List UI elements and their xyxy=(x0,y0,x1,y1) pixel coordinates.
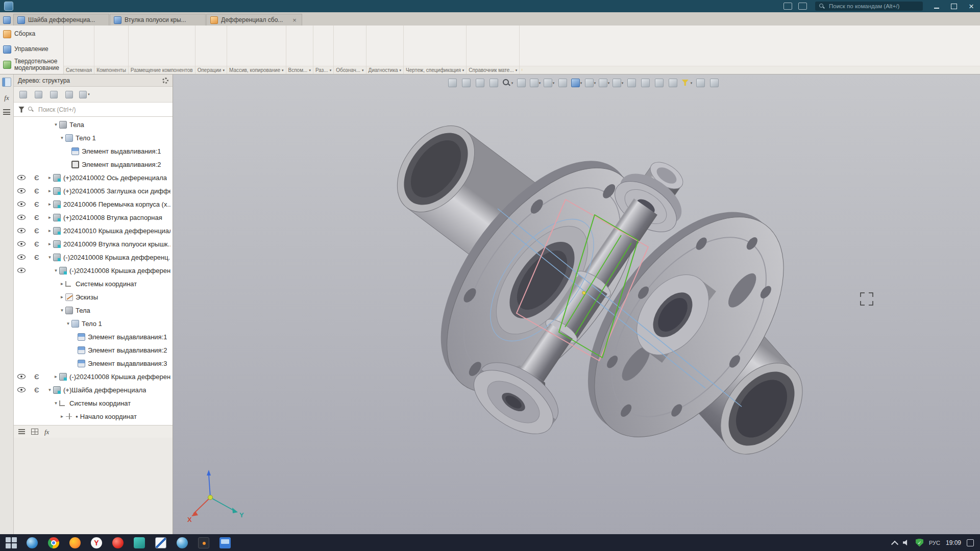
tree-toolbar-button[interactable]: ▾ xyxy=(62,88,76,101)
mode-tab[interactable]: Твердотельное моделирование xyxy=(0,57,63,72)
list-view-icon[interactable] xyxy=(18,429,25,434)
visibility-eye-icon[interactable] xyxy=(17,268,26,273)
tree-row[interactable]: ► ● 202410006 Перемычка корпуса (x... xyxy=(14,197,173,211)
document-tab[interactable]: Дефференциал сбо... xyxy=(206,14,302,26)
visibility-eye-icon[interactable] xyxy=(17,387,26,392)
speaker-icon[interactable] xyxy=(903,539,910,546)
tree-row[interactable]: ▼ ● (-)202410008 Крышка дефференц... xyxy=(14,251,173,264)
tree-toolbar-button[interactable]: ▾ xyxy=(16,88,30,101)
viewport-tool-button[interactable]: ▾ xyxy=(529,77,542,89)
document-tab[interactable]: Шайба дефференциа... xyxy=(13,14,109,26)
viewport[interactable]: ▾ ▾ ▾ ▾ ▾ ▾ xyxy=(173,74,980,534)
tree-row[interactable]: ▼ ● Тело 1 xyxy=(14,131,173,144)
visibility-eye-icon[interactable] xyxy=(17,255,26,260)
tree-row[interactable]: ● Элемент выдавливания:3 xyxy=(14,357,173,370)
chevron-down-icon[interactable]: ▾ xyxy=(223,68,225,72)
mode-tab[interactable]: Сборка xyxy=(0,27,63,42)
menu-item[interactable] xyxy=(100,0,109,12)
grid-view-icon[interactable] xyxy=(31,429,38,435)
chevron-down-icon[interactable]: ▾ xyxy=(362,68,364,72)
tree-row[interactable]: ● Элемент выдавливания:1 xyxy=(14,330,173,343)
viewport-3d-canvas[interactable]: X Y xyxy=(173,74,980,534)
viewport-tool-button[interactable]: ▾ xyxy=(543,77,555,89)
security-shield-icon[interactable] xyxy=(916,539,923,547)
system-clock[interactable]: 19:09 xyxy=(946,539,961,546)
minimize-window-icon[interactable] xyxy=(928,0,945,12)
mate-link-icon[interactable] xyxy=(33,228,40,234)
mate-link-icon[interactable] xyxy=(33,201,40,208)
expand-arrow-icon[interactable]: ► xyxy=(46,229,53,233)
mode-tab[interactable]: Управление xyxy=(0,42,63,57)
menu-item[interactable] xyxy=(82,0,91,12)
menu-item[interactable] xyxy=(137,0,146,12)
viewport-tool-button[interactable]: ▾ xyxy=(487,77,500,89)
mate-link-icon[interactable] xyxy=(33,174,40,181)
tree-row[interactable]: ▼ ● Тела xyxy=(14,304,173,317)
menu-item[interactable] xyxy=(63,0,72,12)
expand-arrow-icon[interactable]: ► xyxy=(53,374,59,379)
taskbar-app[interactable] xyxy=(193,534,214,551)
expand-arrow-icon[interactable]: ► xyxy=(46,242,53,246)
viewport-tool-button[interactable]: ▾ xyxy=(570,77,583,89)
mate-link-icon[interactable] xyxy=(33,214,40,221)
close-tab-icon[interactable] xyxy=(291,16,298,23)
expand-arrow-icon[interactable]: ► xyxy=(46,202,53,207)
menu-item[interactable] xyxy=(128,0,137,12)
document-tab[interactable]: Втулка полуоси кры... xyxy=(110,14,206,26)
app-home-button[interactable] xyxy=(0,14,13,26)
taskbar-app[interactable] xyxy=(0,534,21,551)
mate-link-icon[interactable] xyxy=(33,373,40,380)
gear-icon[interactable] xyxy=(162,78,168,84)
mate-link-icon[interactable] xyxy=(33,241,40,247)
expand-arrow-icon[interactable]: ▼ xyxy=(59,308,65,313)
tree-row[interactable]: ► ● Начало координат xyxy=(14,410,173,423)
visibility-eye-icon[interactable] xyxy=(17,241,26,246)
taskbar-app[interactable] xyxy=(43,534,64,551)
chevron-down-icon[interactable]: ▾ xyxy=(282,68,284,72)
expand-arrow-icon[interactable]: ► xyxy=(46,189,53,193)
chevron-down-icon[interactable]: ▾ xyxy=(462,68,464,72)
tree-row[interactable]: ▼ ● Системы координат xyxy=(14,396,173,410)
viewport-tool-button[interactable]: ▾ xyxy=(501,77,514,89)
expand-arrow-icon[interactable]: ▼ xyxy=(53,268,59,273)
tree-toolbar-button[interactable]: ▾ xyxy=(78,88,91,101)
expand-arrow-icon[interactable]: ► xyxy=(59,414,65,419)
tree-row[interactable]: ► ● Эскизы xyxy=(14,290,173,304)
filter-funnel-icon[interactable] xyxy=(18,107,24,113)
expand-arrow-icon[interactable]: ► xyxy=(46,176,53,180)
viewport-tool-button[interactable]: ▾ xyxy=(460,77,473,89)
viewport-tool-button[interactable]: ▾ xyxy=(625,77,638,89)
tree-row[interactable]: ▼ ● Тела xyxy=(14,118,173,131)
mate-link-icon[interactable] xyxy=(33,254,40,261)
viewport-tool-button[interactable]: ▾ xyxy=(598,77,610,89)
chevron-down-icon[interactable]: ▾ xyxy=(400,68,402,72)
taskbar-app[interactable] xyxy=(172,534,193,551)
expand-arrow-icon[interactable]: ► xyxy=(59,295,65,299)
mate-link-icon[interactable] xyxy=(33,188,40,194)
viewport-tool-button[interactable]: ▾ xyxy=(708,77,721,89)
visibility-eye-icon[interactable] xyxy=(17,215,26,220)
command-search[interactable] xyxy=(815,2,923,11)
chevron-down-icon[interactable]: ▾ xyxy=(330,68,332,72)
expand-arrow-icon[interactable]: ► xyxy=(59,282,65,286)
panel-menu-icon[interactable] xyxy=(3,109,10,115)
tree-row[interactable]: ▼ ● Тело 1 xyxy=(14,317,173,330)
expand-arrow-icon[interactable]: ▼ xyxy=(59,136,65,140)
expand-arrow-icon[interactable]: ► xyxy=(46,215,53,220)
menu-item[interactable] xyxy=(17,0,27,12)
taskbar-app[interactable] xyxy=(129,534,150,551)
tree-row[interactable]: ► ● 202410009 Втулка полуоси крышк... xyxy=(14,237,173,251)
tree-row[interactable]: ● Элемент выдавливания:2 xyxy=(14,158,173,171)
visibility-eye-icon[interactable] xyxy=(17,374,26,379)
tree-row[interactable]: ► ● (+)202410002 Ось деференциала xyxy=(14,171,173,184)
viewport-tool-button[interactable]: ▾ xyxy=(653,77,666,89)
tree-row[interactable]: ► ● 202410010 Крышка дефференциал... xyxy=(14,224,173,237)
windows-layout-icon[interactable] xyxy=(783,3,792,10)
viewport-tool-button[interactable]: ▾ xyxy=(474,77,486,89)
chevron-up-icon[interactable] xyxy=(891,540,898,547)
expand-arrow-icon[interactable]: ▼ xyxy=(65,321,71,326)
taskbar-app[interactable] xyxy=(86,534,107,551)
tree-row[interactable]: ► ● Системы координат xyxy=(14,277,173,290)
language-indicator[interactable]: РУС xyxy=(929,540,940,546)
expand-arrow-icon[interactable]: ▼ xyxy=(53,401,59,406)
